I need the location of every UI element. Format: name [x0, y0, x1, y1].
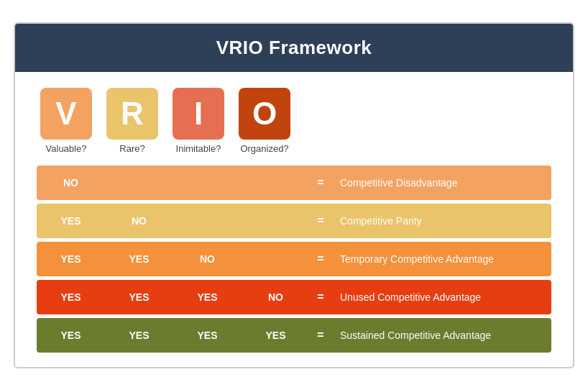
row5-cell4: YES	[242, 322, 310, 348]
row4-cell4: NO	[242, 284, 310, 310]
row3-cell3: NO	[173, 246, 242, 272]
vrio-letter-r: R	[106, 88, 158, 140]
row5-equals: =	[310, 322, 331, 349]
page-title: VRIO Framework	[15, 24, 573, 72]
vrio-box-r: R Rare?	[103, 88, 162, 154]
row1-empty1	[105, 176, 173, 190]
row1-empty2	[173, 176, 242, 190]
table-row: YES YES YES NO = Unused Competitive Adva…	[37, 280, 551, 314]
header-title-text: VRIO Framework	[216, 37, 372, 58]
row2-cell1: YES	[37, 208, 105, 234]
row5-cell2: YES	[105, 322, 173, 348]
vrio-label-o: Organized?	[240, 143, 288, 154]
rows-section: NO = Competitive Disadvantage YES NO = C…	[15, 165, 573, 367]
row5-cell1: YES	[37, 322, 105, 348]
vrio-letter-v: V	[40, 88, 92, 140]
table-row: NO = Competitive Disadvantage	[37, 165, 551, 200]
row1-empty3	[242, 176, 310, 190]
row3-cell1: YES	[37, 246, 105, 272]
row5-cell3: YES	[173, 322, 242, 348]
row4-cell3: YES	[173, 284, 242, 310]
vrio-box-i: I Inimitable?	[169, 88, 228, 154]
row5-result: Sustained Competitive Advantage	[331, 322, 551, 348]
row3-result: Temporary Competitive Advantage	[331, 246, 551, 272]
row2-empty2	[242, 214, 310, 228]
vrio-box-o: O Organized?	[235, 88, 294, 154]
vrio-label-v: Valuable?	[46, 143, 87, 154]
row3-empty1	[242, 252, 310, 266]
row4-equals: =	[310, 284, 331, 311]
row2-empty1	[173, 214, 242, 228]
row2-result: Competitive Parity	[331, 208, 551, 234]
row2-equals: =	[310, 207, 331, 235]
row1-result: Competitive Disadvantage	[331, 170, 551, 196]
table-row: YES YES YES YES = Sustained Competitive …	[37, 318, 551, 353]
row3-cell2: YES	[105, 246, 173, 272]
row4-cell1: YES	[37, 284, 105, 310]
vrio-letter-o: O	[239, 88, 290, 140]
row1-equals: =	[310, 169, 331, 196]
table-row: YES NO = Competitive Parity	[37, 204, 551, 238]
row1-cell1: NO	[37, 170, 105, 196]
vrio-letter-i: I	[173, 88, 224, 140]
row4-result: Unused Competitive Advantage	[331, 284, 551, 310]
vrio-framework-card: VRIO Framework V Valuable? R Rare? I Ini…	[14, 22, 574, 368]
table-row: YES YES NO = Temporary Competitive Advan…	[37, 242, 551, 276]
row2-cell2: NO	[105, 208, 173, 234]
vrio-label-i: Inimitable?	[176, 143, 221, 154]
vrio-label-r: Rare?	[119, 143, 144, 154]
vrio-letters-section: V Valuable? R Rare? I Inimitable? O Orga…	[15, 72, 573, 165]
vrio-box-v: V Valuable?	[37, 88, 96, 154]
row4-cell2: YES	[105, 284, 173, 310]
row3-equals: =	[310, 245, 331, 273]
